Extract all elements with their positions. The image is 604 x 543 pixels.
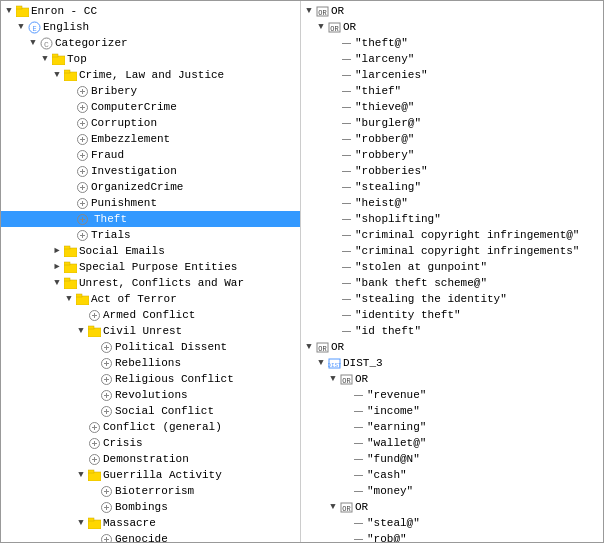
expand-icon[interactable] [63, 181, 75, 193]
tree-node-r_income[interactable]: "income" [301, 403, 603, 419]
tree-node-genocide[interactable]: Genocide [1, 531, 300, 542]
tree-node-fraud[interactable]: Fraud [1, 147, 300, 163]
expand-icon[interactable]: ► [51, 245, 63, 257]
tree-node-r_identity_theft[interactable]: "identity theft" [301, 307, 603, 323]
expand-icon[interactable] [63, 149, 75, 161]
tree-node-political_dissent[interactable]: Political Dissent [1, 339, 300, 355]
left-pane[interactable]: ▼Enron - CC▼EEnglish▼CCategorizer▼Top▼Cr… [1, 1, 301, 542]
tree-node-english[interactable]: ▼EEnglish [1, 19, 300, 35]
expand-icon[interactable] [87, 485, 99, 497]
tree-node-r_or2[interactable]: ▼OROR [301, 19, 603, 35]
expand-icon[interactable]: ▼ [327, 373, 339, 385]
tree-node-special_purpose[interactable]: ►Special Purpose Entities [1, 259, 300, 275]
expand-icon[interactable]: ▼ [75, 469, 87, 481]
expand-icon[interactable]: ▼ [63, 293, 75, 305]
tree-node-r_cash[interactable]: "cash" [301, 467, 603, 483]
tree-node-armed_conflict[interactable]: Armed Conflict [1, 307, 300, 323]
tree-node-r_criminal_copyright[interactable]: "criminal copyright infringement@" [301, 227, 603, 243]
expand-icon[interactable] [63, 117, 75, 129]
tree-node-r_thieve_at[interactable]: "thieve@" [301, 99, 603, 115]
tree-node-corruption[interactable]: Corruption [1, 115, 300, 131]
expand-icon[interactable]: ► [51, 261, 63, 273]
tree-node-crime[interactable]: ▼Crime, Law and Justice [1, 67, 300, 83]
expand-icon[interactable] [63, 213, 75, 225]
tree-node-r_criminal_copyright2[interactable]: "criminal copyright infringements" [301, 243, 603, 259]
expand-icon[interactable]: ▼ [315, 21, 327, 33]
tree-node-r_or3[interactable]: ▼OROR [301, 339, 603, 355]
expand-icon[interactable] [87, 389, 99, 401]
expand-icon[interactable]: ▼ [303, 5, 315, 17]
tree-node-r_money[interactable]: "money" [301, 483, 603, 499]
expand-icon[interactable]: ▼ [39, 53, 51, 65]
expand-icon[interactable] [63, 165, 75, 177]
tree-node-crisis[interactable]: Crisis [1, 435, 300, 451]
expand-icon[interactable]: ▼ [51, 69, 63, 81]
tree-node-r_thief[interactable]: "thief" [301, 83, 603, 99]
tree-node-enron[interactable]: ▼Enron - CC [1, 3, 300, 19]
tree-node-religious_conflict[interactable]: Religious Conflict [1, 371, 300, 387]
tree-node-investigation[interactable]: Investigation [1, 163, 300, 179]
expand-icon[interactable] [87, 341, 99, 353]
tree-node-r_wallet_at[interactable]: "wallet@" [301, 435, 603, 451]
expand-icon[interactable] [75, 309, 87, 321]
expand-icon[interactable] [63, 197, 75, 209]
tree-node-guerrilla[interactable]: ▼Guerrilla Activity [1, 467, 300, 483]
tree-node-r_burgler_at[interactable]: "burgler@" [301, 115, 603, 131]
expand-icon[interactable]: ▼ [75, 325, 87, 337]
tree-node-r_heist_at[interactable]: "heist@" [301, 195, 603, 211]
tree-node-r_fund_at_n[interactable]: "fund@N" [301, 451, 603, 467]
expand-icon[interactable]: ▼ [315, 357, 327, 369]
tree-node-top[interactable]: ▼Top [1, 51, 300, 67]
tree-node-r_theft_at[interactable]: "theft@" [301, 35, 603, 51]
tree-node-embezzlement[interactable]: Embezzlement [1, 131, 300, 147]
tree-node-revolutions[interactable]: Revolutions [1, 387, 300, 403]
expand-icon[interactable] [87, 373, 99, 385]
tree-node-social_conflict[interactable]: Social Conflict [1, 403, 300, 419]
expand-icon[interactable] [87, 357, 99, 369]
tree-node-r_steal_at[interactable]: "steal@" [301, 515, 603, 531]
tree-node-bioterrorism[interactable]: Bioterrorism [1, 483, 300, 499]
tree-node-r_bank_theft[interactable]: "bank theft scheme@" [301, 275, 603, 291]
expand-icon[interactable]: ▼ [51, 277, 63, 289]
tree-node-civil_unrest[interactable]: ▼Civil Unrest [1, 323, 300, 339]
expand-icon[interactable]: ▼ [75, 517, 87, 529]
tree-node-r_stealing[interactable]: "stealing" [301, 179, 603, 195]
tree-node-demonstration[interactable]: Demonstration [1, 451, 300, 467]
expand-icon[interactable] [63, 85, 75, 97]
expand-icon[interactable]: ▼ [15, 21, 27, 33]
tree-node-categorizer[interactable]: ▼CCategorizer [1, 35, 300, 51]
tree-node-r_or4[interactable]: ▼OROR [301, 371, 603, 387]
tree-node-r_or5[interactable]: ▼OROR [301, 499, 603, 515]
expand-icon[interactable] [87, 501, 99, 513]
tree-node-unrest[interactable]: ▼Unrest, Conflicts and War [1, 275, 300, 291]
tree-node-r_stealing_the[interactable]: "stealing the identity" [301, 291, 603, 307]
expand-icon[interactable] [63, 133, 75, 145]
expand-icon[interactable] [87, 533, 99, 542]
expand-icon[interactable]: ▼ [327, 501, 339, 513]
tree-node-r_robber_at[interactable]: "robber@" [301, 131, 603, 147]
tree-node-computercrime[interactable]: ComputerCrime [1, 99, 300, 115]
tree-node-r_robberies[interactable]: "robberies" [301, 163, 603, 179]
tree-node-r_earning[interactable]: "earning" [301, 419, 603, 435]
tree-node-rebellions[interactable]: Rebellions [1, 355, 300, 371]
right-pane[interactable]: ▼OROR▼OROR"theft@""larceny""larcenies""t… [301, 1, 603, 542]
tree-node-r_rob_at[interactable]: "rob@" [301, 531, 603, 542]
tree-node-r_stolen_at_gunpoint[interactable]: "stolen at gunpoint" [301, 259, 603, 275]
tree-node-bombings[interactable]: Bombings [1, 499, 300, 515]
tree-node-social_emails[interactable]: ►Social Emails [1, 243, 300, 259]
tree-node-r_id_theft[interactable]: "id theft" [301, 323, 603, 339]
tree-node-r_dist3[interactable]: ▼DISTDIST_3 [301, 355, 603, 371]
expand-icon[interactable] [75, 421, 87, 433]
tree-node-punishment[interactable]: Punishment [1, 195, 300, 211]
tree-node-r_revenue[interactable]: "revenue" [301, 387, 603, 403]
expand-icon[interactable] [63, 101, 75, 113]
tree-node-act_of_terror[interactable]: ▼Act of Terror [1, 291, 300, 307]
expand-icon[interactable] [75, 437, 87, 449]
tree-node-trials[interactable]: Trials [1, 227, 300, 243]
expand-icon[interactable]: ▼ [27, 37, 39, 49]
tree-node-r_robbery[interactable]: "robbery" [301, 147, 603, 163]
expand-icon[interactable]: ▼ [3, 5, 15, 17]
tree-node-bribery[interactable]: Bribery [1, 83, 300, 99]
expand-icon[interactable] [75, 453, 87, 465]
tree-node-massacre[interactable]: ▼Massacre [1, 515, 300, 531]
